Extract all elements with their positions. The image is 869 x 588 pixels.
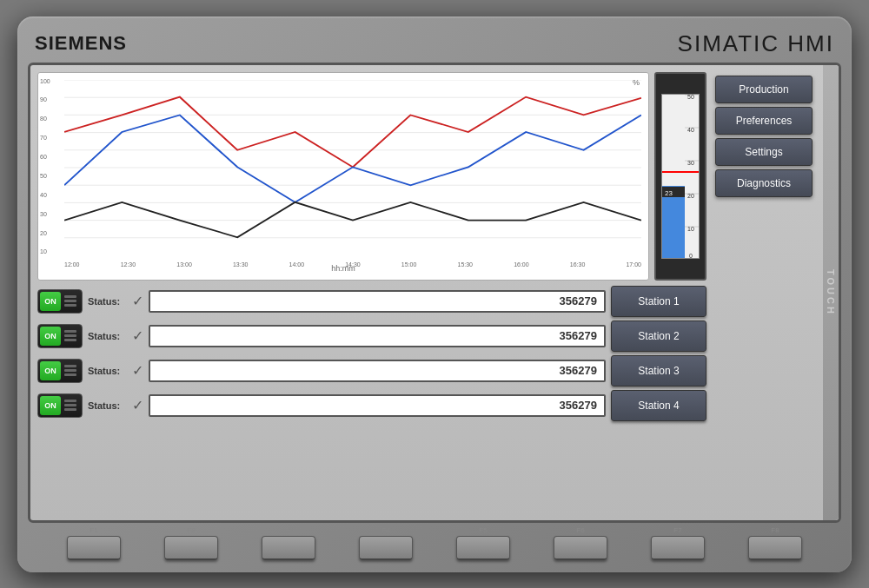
bar [64,295,76,298]
station3-check-icon: ✓ [132,362,143,379]
screen-wrapper: % 100 90 80 70 60 50 40 30 20 10 [28,63,841,523]
station-buttons: Station 1 Station 2 Station 3 Station 4 [611,286,706,513]
svg-rect-11 [662,171,700,173]
gauge-area: 50 40 30 20 10 0 23 [654,72,706,281]
chart-x-title: hh:mm [331,264,355,273]
main-content: % 100 90 80 70 60 50 40 30 20 10 [30,65,823,520]
station2-check-icon: ✓ [132,327,143,344]
fn5-key[interactable] [456,536,510,560]
toggle-bars [61,398,80,413]
station4-check-icon: ✓ [132,397,143,413]
bar [64,369,76,372]
y-label-90: 90 [40,96,50,102]
station4-toggle[interactable]: ON [37,393,83,418]
fn7-button: F7 [651,526,705,560]
svg-text:23: 23 [665,189,673,197]
touch-side: TOUCH [823,65,839,520]
bar [64,400,76,402]
fn1-key[interactable] [67,536,121,560]
station3-value-input[interactable] [149,360,606,382]
chart-percent-label: % [633,78,640,87]
toggle-on-label: ON [40,327,61,346]
table-row: ON Status: ✓ [37,355,606,386]
settings-button[interactable]: Settings [715,138,813,166]
bar [64,334,76,337]
station2-toggle[interactable]: ON [37,324,83,348]
hmi-device: SIEMENS SIMATIC HMI % 100 90 80 70 [17,17,852,572]
toggle-on-label: ON [40,292,61,311]
y-label-80: 80 [40,116,50,122]
fn5-label: F5 [479,526,487,534]
svg-text:20: 20 [687,193,694,199]
svg-text:30: 30 [687,160,694,166]
chart-y-axis: 100 90 80 70 60 50 40 30 20 10 [40,78,50,255]
product-title: SIMATIC HMI [678,30,834,57]
bar [64,330,76,333]
station1-button[interactable]: Station 1 [611,286,706,317]
bar [64,304,76,307]
table-row: ON Status: ✓ [37,390,606,421]
svg-text:40: 40 [687,127,694,133]
bar [64,404,76,406]
bar [64,373,76,376]
station3-toggle[interactable]: ON [37,359,83,383]
chart-area: % 100 90 80 70 60 50 40 30 20 10 [37,72,649,281]
fn4-button: F4 [359,526,413,560]
y-label-20: 20 [40,230,50,236]
station4-button[interactable]: Station 4 [611,390,706,421]
fn2-key[interactable] [164,536,218,560]
station2-status-label: Status: [88,331,127,341]
right-spacer [712,286,816,513]
fn4-label: F4 [381,526,389,534]
station-controls: ON Status: ✓ [37,286,606,513]
station2-value-input[interactable] [149,325,606,347]
svg-text:10: 10 [687,226,694,232]
fn7-key[interactable] [651,536,705,560]
station4-value-input[interactable] [149,394,606,417]
station2-button[interactable]: Station 2 [611,320,706,352]
station1-value-input[interactable] [149,290,606,313]
nav-panel: Production Preferences Settings Diagnost… [712,72,816,281]
fn3-key[interactable] [262,536,315,560]
production-button[interactable]: Production [715,76,813,103]
station1-check-icon: ✓ [132,293,143,309]
gauge-svg: 50 40 30 20 10 0 23 [662,95,700,259]
y-label-70: 70 [40,135,50,141]
fn-key-row: F1 F2 F3 F4 F5 F6 F7 F8 [28,523,841,562]
fn3-button: F3 [262,526,315,560]
chart-svg [64,80,641,255]
fn2-button: F2 [164,526,218,560]
preferences-button[interactable]: Preferences [715,107,813,135]
toggle-bars [61,294,80,308]
bar [64,300,76,302]
fn6-label: F6 [576,526,584,534]
y-label-40: 40 [40,192,50,198]
y-label-10: 10 [40,248,50,254]
brand-logo: SIEMENS [35,32,127,55]
bar [64,408,76,411]
diagnostics-button[interactable]: Diagnostics [715,169,813,197]
station3-button[interactable]: Station 3 [611,355,706,386]
toggle-on-label: ON [40,361,61,380]
y-label-30: 30 [40,211,50,217]
fn3-label: F3 [284,526,292,534]
fn2-label: F2 [187,526,195,534]
station1-status-label: Status: [88,296,127,307]
fn6-key[interactable] [554,536,607,560]
screen-area: % 100 90 80 70 60 50 40 30 20 10 [28,63,841,523]
toggle-bars [61,363,80,378]
toggle-bars [61,328,80,343]
fn5-button: F5 [456,526,510,560]
station1-toggle[interactable]: ON [37,289,83,314]
fn1-label: F1 [90,526,97,534]
station3-status-label: Status: [88,366,127,376]
bar [64,365,76,367]
fn6-button: F6 [554,526,607,560]
station4-status-label: Status: [88,400,127,411]
y-label-60: 60 [40,154,50,160]
fn8-key[interactable] [748,536,802,560]
fn1-button: F1 [67,526,121,560]
gauge-inner: 50 40 30 20 10 0 23 [661,94,700,259]
fn8-label: F8 [771,526,779,534]
fn4-key[interactable] [359,536,413,560]
